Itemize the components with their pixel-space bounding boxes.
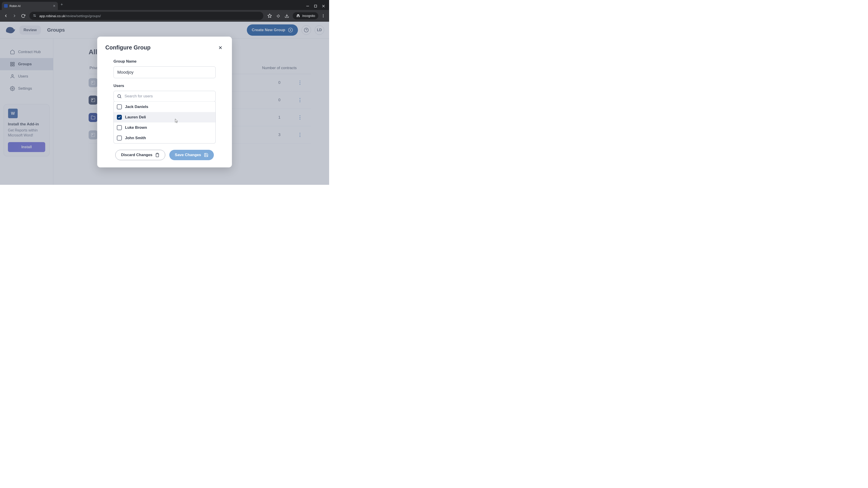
- checkbox-icon[interactable]: [117, 115, 122, 120]
- modal-close-button[interactable]: [217, 44, 224, 53]
- back-button[interactable]: [2, 12, 9, 20]
- url-path: /review/settings/groups/: [65, 14, 101, 18]
- user-list-item[interactable]: Luke Brown: [114, 123, 215, 133]
- svg-point-38: [118, 95, 121, 98]
- browser-tab[interactable]: Robin AI ✕: [2, 2, 58, 10]
- close-icon: [218, 45, 223, 50]
- incognito-label: Incognito: [302, 14, 315, 18]
- discard-changes-button[interactable]: Discard Changes: [115, 150, 165, 160]
- tab-favicon: [4, 4, 8, 8]
- maximize-icon[interactable]: [314, 5, 317, 7]
- bookmark-icon[interactable]: [266, 12, 273, 20]
- close-window-icon[interactable]: [322, 4, 325, 8]
- minimize-icon[interactable]: [306, 4, 309, 8]
- downloads-icon[interactable]: [283, 12, 290, 20]
- address-bar-row: app.robinai.co.uk/review/settings/groups…: [0, 10, 329, 22]
- users-label: Users: [114, 84, 224, 88]
- tab-title: Robin AI: [9, 4, 51, 8]
- svg-point-7: [35, 16, 35, 17]
- trash-icon: [155, 153, 160, 157]
- reload-button[interactable]: [20, 12, 27, 20]
- user-search-field[interactable]: [114, 91, 216, 102]
- modal-overlay[interactable]: Configure Group Group Name Users Jack Da…: [0, 22, 329, 185]
- new-tab-button[interactable]: +: [58, 2, 66, 7]
- user-name: John Smith: [125, 136, 146, 140]
- svg-point-6: [34, 14, 34, 15]
- user-search-input[interactable]: [125, 94, 212, 98]
- checkbox-icon[interactable]: [117, 135, 122, 140]
- browser-menu-icon[interactable]: [320, 12, 327, 20]
- checkbox-icon[interactable]: [117, 104, 122, 109]
- user-list: Jack DanielsLauren DeliLuke BrownJohn Sm…: [114, 101, 216, 143]
- user-list-item[interactable]: Jack Daniels: [114, 102, 215, 112]
- incognito-indicator[interactable]: Incognito: [293, 12, 318, 20]
- user-name: Lauren Deli: [125, 115, 146, 120]
- configure-group-modal: Configure Group Group Name Users Jack Da…: [97, 37, 232, 167]
- svg-point-10: [323, 14, 324, 15]
- user-list-item[interactable]: Lauren Deli: [114, 112, 215, 123]
- extensions-icon[interactable]: [275, 12, 282, 20]
- url-host: app.robinai.co.uk: [39, 14, 65, 18]
- forward-button[interactable]: [11, 12, 18, 20]
- user-list-item[interactable]: John Smith: [114, 133, 215, 143]
- svg-line-39: [120, 97, 121, 98]
- save-icon: [204, 153, 209, 157]
- site-settings-icon[interactable]: [33, 13, 37, 18]
- svg-point-12: [323, 17, 324, 18]
- modal-title: Configure Group: [105, 44, 151, 51]
- checkbox-icon[interactable]: [117, 125, 122, 130]
- svg-marker-8: [268, 14, 272, 18]
- group-name-input[interactable]: [114, 66, 216, 78]
- window-controls: [306, 4, 329, 8]
- search-icon: [117, 94, 122, 99]
- user-name: Luke Brown: [125, 125, 147, 130]
- address-bar[interactable]: app.robinai.co.uk/review/settings/groups…: [29, 12, 264, 20]
- browser-tab-strip: Robin AI ✕ +: [0, 0, 329, 10]
- user-name: Jack Daniels: [125, 105, 148, 109]
- svg-point-11: [323, 15, 324, 16]
- save-changes-button[interactable]: Save Changes: [169, 150, 214, 160]
- svg-rect-1: [314, 5, 317, 7]
- group-name-label: Group Name: [114, 59, 224, 64]
- tab-close-icon[interactable]: ✕: [53, 4, 56, 8]
